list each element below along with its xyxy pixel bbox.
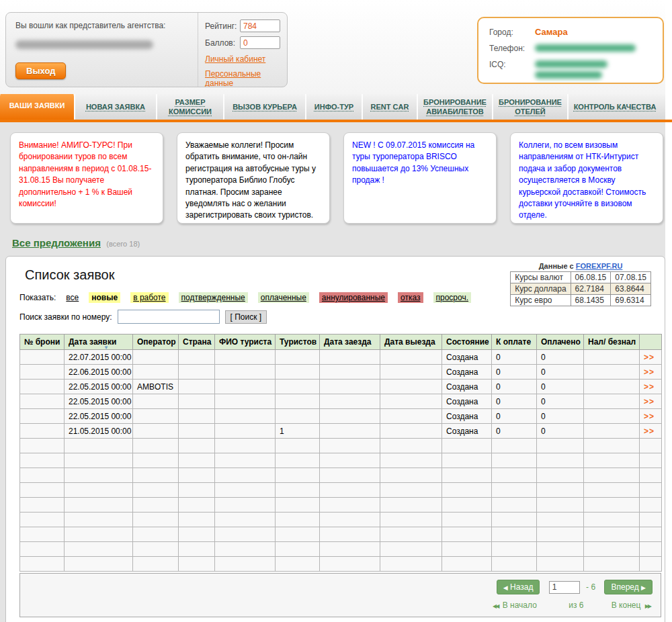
table-cell <box>640 483 662 498</box>
column-header[interactable]: Дата заезда <box>320 335 380 350</box>
column-header[interactable]: К оплате <box>492 335 537 350</box>
filter-confirmed[interactable]: подтвержденные <box>179 292 248 303</box>
table-cell <box>640 542 662 557</box>
forexpf-link[interactable]: FOREXPF.RU <box>576 262 623 270</box>
table-cell <box>537 439 584 453</box>
open-request-link[interactable]: >> <box>644 397 655 406</box>
table-cell <box>584 394 640 409</box>
column-header <box>640 335 662 350</box>
notice-amigo-tours: Внимание! АМИГО-ТУРС! При бронировании т… <box>10 132 163 224</box>
filter-in-progress[interactable]: в работе <box>130 292 168 303</box>
column-header[interactable]: Оплачено <box>537 335 584 350</box>
column-header[interactable]: ФИО туриста <box>215 335 276 350</box>
filter-new[interactable]: новые <box>89 292 120 303</box>
tab-quality-control[interactable]: КОНТРОЛЬ КАЧЕСТВА <box>567 94 661 120</box>
agency-name-redacted <box>15 40 153 49</box>
filter-all[interactable]: все <box>66 292 79 303</box>
table-cell <box>492 557 537 572</box>
login-info: Вы вошли как представитель агентства: Вы… <box>6 13 198 87</box>
table-cell <box>492 483 537 498</box>
tab-air-tickets-booking[interactable]: БРОНИРОВАНИЕ АВИАБИЛЕТОВ <box>417 94 492 120</box>
to-start-link[interactable]: ◀◀ В начало <box>491 601 537 610</box>
tab-commission-size[interactable]: РАЗМЕР КОМИССИИ <box>156 94 223 120</box>
tab-label: ИНФО-ТУР <box>314 102 353 112</box>
search-input[interactable] <box>118 310 220 324</box>
tab-hotel-booking[interactable]: БРОНИРОВАНИЕ ОТЕЛЕЙ <box>492 94 567 120</box>
filter-cancelled[interactable]: аннулированные <box>319 292 388 303</box>
currency-cell: 69.6314 <box>611 295 651 306</box>
search-button[interactable]: [ Поиск ] <box>225 310 267 324</box>
pagination-bar: ◀ Назад - 6 Вперед ▶ ◀◀ В начало из 6 В … <box>19 573 661 617</box>
table-cell <box>492 498 537 513</box>
open-request-link[interactable]: >> <box>644 427 655 436</box>
points-input[interactable] <box>240 36 280 49</box>
personal-data-link[interactable]: Персональные данные <box>205 69 282 87</box>
table-cell <box>65 483 133 498</box>
table-cell <box>215 498 276 513</box>
table-cell <box>133 394 179 409</box>
column-header[interactable]: Страна <box>179 335 215 350</box>
notice-ntk-intourist: Коллеги, по всем визовым направлениям от… <box>510 132 663 224</box>
column-header[interactable]: Оператор <box>133 335 179 350</box>
page-number-input[interactable] <box>549 581 580 594</box>
forward-button[interactable]: Вперед ▶ <box>604 580 653 594</box>
table-cell <box>65 557 133 572</box>
tab-your-requests[interactable]: ВАШИ ЗАЯВКИ <box>0 91 74 120</box>
forward-label: Вперед <box>611 582 638 592</box>
table-cell <box>492 527 537 542</box>
currency-cell: Курс доллара <box>511 283 571 295</box>
tab-label: БРОНИРОВАНИЕ ОТЕЛЕЙ <box>497 97 563 117</box>
to-end-link[interactable]: В конец ▶▶ <box>612 601 653 610</box>
table-row <box>20 439 662 453</box>
table-cell: 0 <box>537 409 584 424</box>
column-header[interactable]: Дата выезда <box>380 335 442 350</box>
table-cell <box>640 527 662 542</box>
table-cell <box>276 483 320 498</box>
back-button[interactable]: ◀ Назад <box>497 580 540 594</box>
open-request-link[interactable]: >> <box>644 382 655 392</box>
table-cell <box>215 409 276 424</box>
personal-cabinet-link[interactable]: Личный кабинет <box>205 54 282 64</box>
table-header-row: № брониДата заявки▼ОператорСтранаФИО тур… <box>20 335 662 350</box>
open-request-link[interactable]: >> <box>644 412 655 421</box>
table-cell <box>320 439 380 453</box>
table-cell <box>380 557 442 572</box>
table-cell <box>584 380 640 394</box>
table-cell <box>584 513 640 527</box>
search-label: Поиск заявки по номеру: <box>19 312 112 322</box>
table-cell <box>320 394 380 409</box>
table-cell <box>640 498 662 513</box>
table-cell <box>492 542 537 557</box>
column-header[interactable]: № брони <box>20 335 65 350</box>
filter-refused[interactable]: отказ <box>398 292 423 303</box>
currency-eur-row: Курс евро 68.1435 69.6314 <box>511 295 651 306</box>
table-cell <box>492 513 537 527</box>
all-offers-link[interactable]: Все предложения <box>12 237 101 249</box>
icq-label: ICQ: <box>489 59 535 69</box>
requests-table: № брониДата заявки▼ОператорСтранаФИО тур… <box>19 334 662 572</box>
open-request-link[interactable]: >> <box>644 353 655 362</box>
currency-cell: 68.1435 <box>571 295 611 306</box>
table-cell <box>320 453 380 468</box>
tab-call-courier[interactable]: ВЫЗОВ КУРЬЕРА <box>223 94 305 120</box>
column-header[interactable]: Дата заявки▼ <box>65 335 133 350</box>
tab-info-tour[interactable]: ИНФО-ТУР <box>305 94 362 120</box>
rating-input[interactable] <box>240 19 280 32</box>
column-header[interactable]: Состояние <box>442 335 492 350</box>
table-cell <box>380 483 442 498</box>
column-header[interactable]: Нал/ безнал <box>584 335 640 350</box>
table-cell <box>537 483 584 498</box>
table-cell <box>179 468 215 483</box>
tab-new-request[interactable]: НОВАЯ ЗАЯВКА <box>74 94 156 120</box>
filter-paid[interactable]: оплаченные <box>258 292 309 303</box>
tab-rent-car[interactable]: RENT CAR <box>362 94 417 120</box>
filter-overdue[interactable]: просроч. <box>433 292 472 303</box>
logout-button[interactable]: Выход <box>15 62 66 79</box>
column-header[interactable]: Туристов <box>276 335 320 350</box>
requests-panel: Список заявок Данные с FOREXPF.RU Курсы … <box>5 256 665 622</box>
open-request-link[interactable]: >> <box>644 367 655 377</box>
table-cell <box>133 365 179 380</box>
table-cell <box>537 498 584 513</box>
table-cell <box>133 453 179 468</box>
table-cell <box>215 394 276 409</box>
